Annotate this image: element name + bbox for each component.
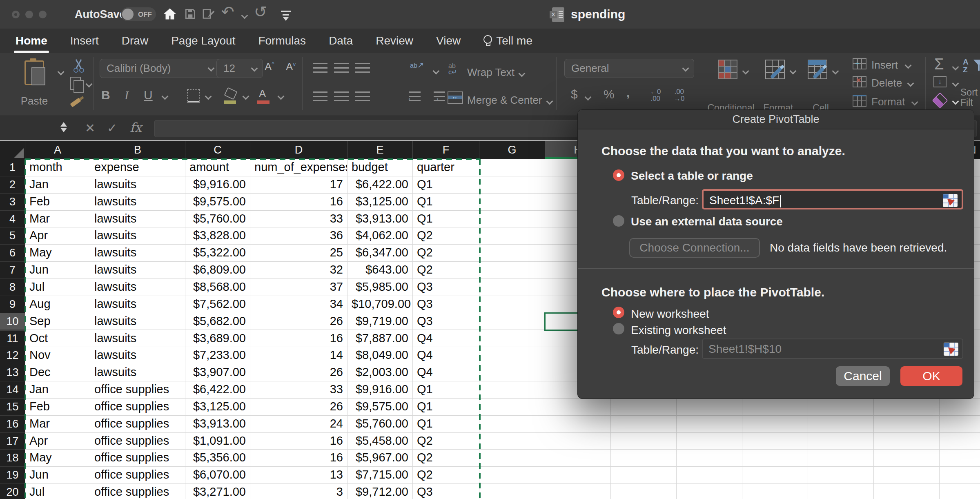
name-box-spinner[interactable] (60, 121, 67, 134)
number-format-select[interactable]: General (564, 59, 694, 78)
cell-J20[interactable] (677, 484, 742, 499)
insert-cells-button[interactable]: Insert (871, 59, 898, 71)
paste-dropdown-chevron-icon[interactable] (58, 69, 65, 76)
merge-center-chevron-icon[interactable] (546, 98, 553, 105)
cell-C17[interactable]: $1,091.00 (185, 433, 250, 450)
copy-icon[interactable] (70, 77, 81, 90)
destination-range-selector-icon[interactable] (944, 343, 958, 356)
row-header-10[interactable]: 10 (0, 313, 25, 330)
cell-C7[interactable]: $6,809.00 (185, 262, 250, 279)
cell-E8[interactable]: $5,985.00 (347, 279, 413, 296)
cell-I17[interactable] (611, 433, 677, 450)
row-header-17[interactable]: 17 (0, 433, 25, 450)
cell-A17[interactable]: Apr (25, 433, 90, 450)
cell-I20[interactable] (611, 484, 677, 499)
close-window-button[interactable] (12, 11, 20, 18)
sort-filter-button[interactable]: SortFilt (960, 87, 978, 108)
cell-K17[interactable] (742, 433, 808, 450)
cell-E15[interactable]: $9,575.00 (347, 399, 413, 416)
cell-D2[interactable]: 17 (250, 176, 347, 194)
cell-E2[interactable]: $6,422.00 (347, 176, 413, 194)
cell-G7[interactable] (479, 262, 545, 279)
cell-D1[interactable]: num_of_expenses (250, 159, 347, 176)
cell-F12[interactable]: Q4 (413, 347, 479, 364)
borders-icon[interactable] (187, 89, 200, 102)
italic-button[interactable]: I (125, 88, 129, 102)
insert-function-icon[interactable]: fx (130, 120, 142, 135)
cell-D18[interactable]: 16 (250, 450, 347, 467)
cell-G4[interactable] (479, 211, 545, 228)
font-name-select[interactable]: Calibri (Body) (100, 59, 220, 78)
select-table-range-label[interactable]: Select a table or range (631, 169, 753, 183)
cell-D14[interactable]: 33 (250, 381, 347, 399)
cell-G6[interactable] (479, 245, 545, 262)
cell-B14[interactable]: office supplies (90, 381, 185, 399)
cell-E14[interactable]: $9,916.00 (347, 381, 413, 399)
cancel-button[interactable]: Cancel (836, 366, 890, 386)
cell-J15[interactable] (677, 399, 742, 416)
cell-F16[interactable]: Q1 (413, 416, 479, 433)
cell-D5[interactable]: 36 (250, 227, 347, 245)
cell-B1[interactable]: expense (90, 159, 185, 176)
cell-K20[interactable] (742, 484, 808, 499)
cell-C15[interactable]: $3,125.00 (185, 399, 250, 416)
cell-M19[interactable] (874, 467, 940, 484)
align-top-icon[interactable] (313, 63, 327, 73)
cell-C14[interactable]: $6,422.00 (185, 381, 250, 399)
tab-home[interactable]: Home (16, 34, 47, 47)
cell-C10[interactable]: $5,682.00 (185, 313, 250, 330)
cell-G5[interactable] (479, 227, 545, 245)
merge-center-button[interactable]: Merge & Center (467, 94, 542, 107)
cell-N16[interactable] (940, 416, 980, 433)
cell-H16[interactable] (545, 416, 611, 433)
percent-format-icon[interactable]: % (604, 87, 615, 101)
cell-G3[interactable] (479, 194, 545, 211)
row-header-5[interactable]: 5 (0, 227, 25, 245)
confirm-entry-icon[interactable]: ✓ (107, 121, 117, 135)
cell-E6[interactable]: $6,347.00 (347, 245, 413, 262)
font-color-chevron-icon[interactable] (278, 93, 285, 100)
cell-D10[interactable]: 26 (250, 313, 347, 330)
cell-F13[interactable]: Q4 (413, 364, 479, 381)
column-header-B[interactable]: B (90, 141, 185, 159)
clear-eraser-icon[interactable] (932, 92, 948, 109)
cell-M17[interactable] (874, 433, 940, 450)
row-header-2[interactable]: 2 (0, 176, 25, 194)
cell-D8[interactable]: 37 (250, 279, 347, 296)
cell-B9[interactable]: lawsuits (90, 296, 185, 313)
autosave-toggle[interactable]: OFF (121, 7, 156, 21)
cell-F6[interactable]: Q2 (413, 245, 479, 262)
row-header-15[interactable]: 15 (0, 399, 25, 416)
align-center-icon[interactable] (334, 91, 349, 101)
cell-F2[interactable]: Q1 (413, 176, 479, 194)
cut-icon[interactable] (73, 59, 85, 71)
cell-F8[interactable]: Q3 (413, 279, 479, 296)
cell-A19[interactable]: Jun (25, 467, 90, 484)
cell-A11[interactable]: Oct (25, 330, 90, 348)
tab-formulas[interactable]: Formulas (258, 34, 306, 47)
cell-E10[interactable]: $9,719.00 (347, 313, 413, 330)
font-color-icon[interactable]: A (259, 87, 266, 100)
save-as-icon[interactable] (202, 7, 216, 23)
autosum-chevron-icon[interactable] (952, 64, 959, 71)
cell-G15[interactable] (479, 399, 545, 416)
column-header-A[interactable]: A (25, 141, 90, 159)
row-header-4[interactable]: 4 (0, 211, 25, 228)
cell-B5[interactable]: lawsuits (90, 227, 185, 245)
cell-B19[interactable]: office supplies (90, 467, 185, 484)
fill-color-icon[interactable] (224, 87, 238, 100)
cell-F14[interactable]: Q1 (413, 381, 479, 399)
cell-A14[interactable]: Jan (25, 381, 90, 399)
fill-down-icon[interactable]: ↓ (933, 76, 947, 87)
font-size-select[interactable]: 12 (216, 59, 263, 78)
comma-format-icon[interactable]: , (626, 86, 630, 100)
row-header-20[interactable]: 20 (0, 484, 25, 499)
cell-H17[interactable] (545, 433, 611, 450)
cell-D20[interactable]: 3 (250, 484, 347, 499)
align-left-icon[interactable] (313, 91, 327, 101)
cell-I16[interactable] (611, 416, 677, 433)
cell-E4[interactable]: $3,913.00 (347, 211, 413, 228)
autosum-icon[interactable]: Σ (934, 56, 944, 73)
cell-M18[interactable] (874, 450, 940, 467)
cell-D9[interactable]: 34 (250, 296, 347, 313)
